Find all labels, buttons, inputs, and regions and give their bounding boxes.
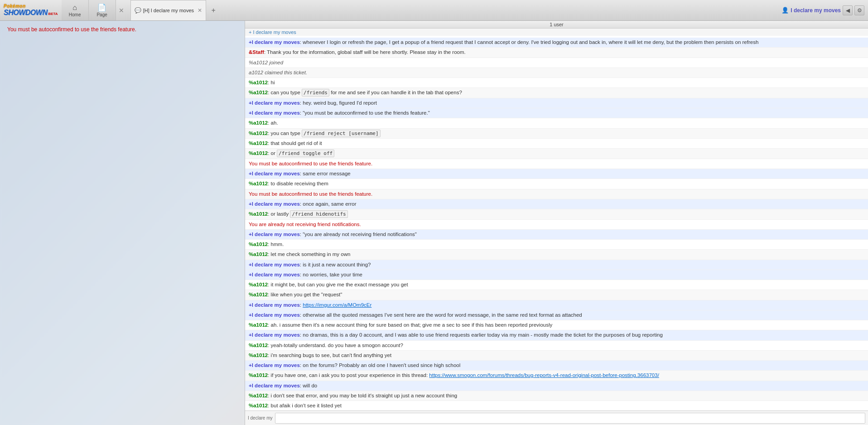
message-text: : on the forums? Probably an old one I h… (300, 362, 460, 368)
chat-panel: 1 user + I declare my moves +I declare m… (245, 21, 868, 425)
speaker-name[interactable]: %a1012 (249, 120, 268, 126)
table-row: %a1012: ah. (245, 118, 868, 128)
table-row: %a1012: it might be, but can you give me… (245, 280, 868, 290)
table-row: %a1012: i'm searching bugs to see, but c… (245, 351, 868, 361)
speaker-name[interactable]: %a1012 (249, 150, 268, 156)
message-text: : but afaik i don't see it listed yet (268, 403, 342, 408)
speaker-name[interactable]: %a1012 (249, 181, 268, 186)
speaker-name[interactable]: %a1012 (249, 343, 268, 348)
message-text: : otherwise all the quoted messages I've… (300, 312, 582, 318)
new-tab-button[interactable]: + (206, 0, 221, 20)
chat-messages-container[interactable]: +I declare my moves: whenever I login or… (245, 36, 868, 411)
speaker-name[interactable]: +I declare my moves (249, 312, 300, 318)
table-row: +I declare my moves: no worries, take yo… (245, 270, 868, 280)
system-message: a1012 claimed this ticket. (249, 70, 307, 75)
speaker-name[interactable]: %a1012 (249, 393, 268, 398)
speaker-name[interactable]: %a1012 (249, 251, 268, 257)
page-tab[interactable]: 📄 Page (89, 0, 116, 20)
chat-tab-label: [H] I declare my moves (143, 8, 194, 13)
speaker-name[interactable]: +I declare my moves (249, 262, 300, 267)
message-text: : to disable receiving them (268, 181, 328, 186)
back-button[interactable]: ◀ (843, 5, 853, 15)
main-content: You must be autoconfirmed to use the fri… (0, 21, 868, 425)
message-text: : no dramas, this is a day 0 account, an… (300, 332, 663, 338)
user-count-label: 1 user (245, 21, 868, 29)
speaker-name[interactable]: +I declare my moves (249, 39, 300, 45)
message-text: : once again, same error (300, 201, 357, 207)
speaker-name[interactable]: %a1012 (249, 80, 268, 85)
speaker-name[interactable]: %a1012 (249, 322, 268, 328)
chat-bubble-icon: 💬 (135, 7, 141, 14)
table-row: You must be autoconfirmed to use the fri… (245, 189, 868, 199)
username-display: I declare my moves (791, 7, 841, 14)
table-row: %a1012: hmm. (245, 240, 868, 250)
speaker-name[interactable]: %a1012 (249, 372, 268, 378)
message-text: : you can type (268, 130, 302, 136)
logo-showdown-text: SHOWDOWN (4, 9, 47, 17)
speaker-name[interactable]: +I declare my moves (249, 110, 300, 116)
table-row: +I declare my moves: otherwise all the q… (245, 310, 868, 320)
speaker-name[interactable]: %a1012 (249, 241, 268, 247)
table-row: +I declare my moves: no dramas, this is … (245, 330, 868, 340)
speaker-name[interactable]: +I declare my moves (249, 272, 300, 277)
topbar: Pokémon SHOWDOWN BETA ⌂ Home 📄 Page ✕ 💬 … (0, 0, 868, 21)
table-row: +I declare my moves: hey. weird bug, fig… (245, 98, 868, 108)
speaker-name[interactable]: +I declare my moves (249, 201, 300, 207)
settings-button[interactable]: ⚙ (854, 5, 864, 15)
speaker-name[interactable]: %a1012 (249, 403, 268, 408)
speaker-name[interactable]: %a1012 (249, 140, 268, 146)
speaker-name[interactable]: &Staff (249, 49, 264, 55)
speaker-name[interactable]: %a1012 (249, 90, 268, 95)
speaker-name[interactable]: %a1012 (249, 353, 268, 358)
message-text: : let me check something in my own (268, 251, 350, 257)
code-snippet: /friend reject [username] (302, 130, 381, 137)
speaker-name[interactable]: %a1012 (249, 292, 268, 297)
table-row: %a1012: hi (245, 78, 868, 88)
friends-error-message: You must be autoconfirmed to use the fri… (0, 21, 245, 38)
speaker-name[interactable]: +I declare my moves (249, 302, 300, 308)
message-text: : hi (268, 80, 275, 85)
table-row: %a1012: you can type /friend reject [use… (245, 129, 868, 139)
table-row: +I declare my moves: same error message (245, 169, 868, 179)
chat-room-label: I declare my (248, 415, 272, 420)
imgur-link[interactable]: https://imgur.com/a/MOm9cEr (303, 302, 371, 308)
smogon-link[interactable]: https://www.smogon.com/forums/threads/bu… (429, 372, 659, 378)
speaker-name[interactable]: +I declare my moves (249, 383, 300, 388)
speaker-name[interactable]: +I declare my moves (249, 332, 300, 338)
speaker-name[interactable]: %a1012 (249, 211, 268, 217)
message-text: for me and see if you can handle it in t… (329, 90, 462, 95)
speaker-name[interactable]: %a1012 (249, 282, 268, 287)
speaker-name[interactable]: +I declare my moves (249, 100, 300, 106)
message-text: : is it just a new account thing? (300, 262, 371, 267)
home-label: Home (69, 12, 81, 17)
speaker-name[interactable]: +I declare my moves (249, 362, 300, 368)
chat-tab-close-icon[interactable]: ✕ (198, 7, 202, 14)
page-tab-close[interactable]: ✕ (116, 0, 127, 20)
speaker-name[interactable]: %a1012 (249, 130, 268, 136)
table-row: %a1012: can you type /friends for me and… (245, 88, 868, 98)
chat-input-area: I declare my (245, 411, 868, 425)
message-text: : "you are already not receiving friend … (300, 232, 417, 237)
logo: Pokémon SHOWDOWN BETA (4, 4, 58, 17)
table-row: +I declare my moves: will do (245, 381, 868, 391)
message-text: : or (268, 150, 277, 156)
logo-pokemon-text: Pokémon (4, 4, 58, 9)
speaker-name[interactable]: +I declare my moves (249, 171, 300, 176)
speaker-name[interactable]: +I declare my moves (249, 232, 300, 237)
code-snippet: /friend toggle off (277, 150, 334, 157)
message-text: : i'm searching bugs to see, but can't f… (268, 353, 391, 358)
user-info[interactable]: 👤 I declare my moves (781, 7, 841, 14)
message-text: : i don't see that error, and you may be… (268, 393, 457, 398)
user-avatar-icon: 👤 (781, 7, 789, 14)
message-text: : that should get rid of it (268, 140, 322, 146)
table-row: +I declare my moves: "you are already no… (245, 230, 868, 240)
chat-tab-main[interactable]: 💬 [H] I declare my moves ✕ (130, 0, 206, 20)
table-row: %a1012: or /friend toggle off (245, 149, 868, 159)
room-user-entry[interactable]: + I declare my moves (245, 29, 868, 36)
system-message: %a1012 joined (249, 60, 283, 65)
message-text: : no worries, take your time (300, 272, 362, 277)
logo-area[interactable]: Pokémon SHOWDOWN BETA (0, 0, 62, 20)
message-text: : "you must be autoconfirmed to use the … (300, 110, 430, 116)
chat-input[interactable] (275, 413, 865, 424)
home-tab[interactable]: ⌂ Home (62, 0, 89, 20)
